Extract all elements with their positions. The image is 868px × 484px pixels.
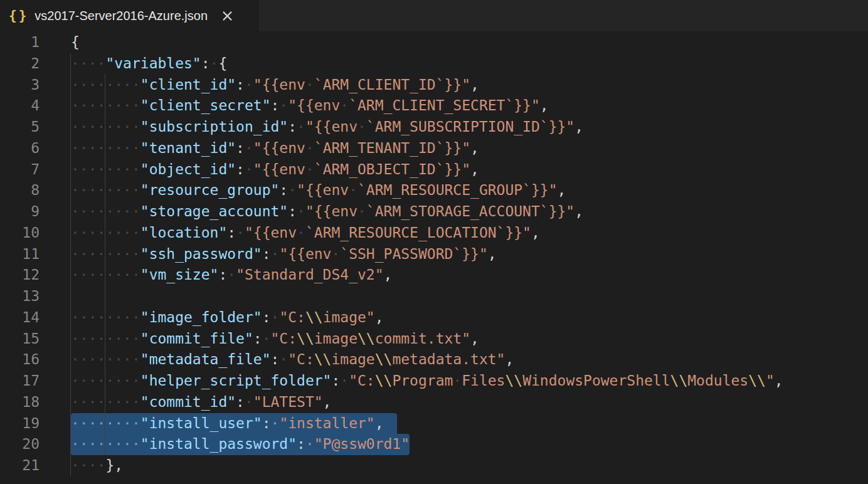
code-line[interactable]: 21····}, — [0, 455, 868, 476]
whitespace-dots: · — [331, 246, 340, 262]
line-number: 8 — [0, 180, 40, 201]
line-number: 6 — [0, 138, 40, 159]
line-content: ········"image_folder":·"C:\\image", — [40, 307, 384, 329]
whitespace-dots: ········ — [71, 436, 140, 452]
code-line[interactable]: 20········"install_password":·"P@ssw0rd1… — [0, 434, 868, 455]
code-line[interactable]: 7········"object_id":·"{{env·`ARM_OBJECT… — [0, 159, 868, 181]
line-content: ········"metadata_file":·"C:\\image\\met… — [40, 349, 514, 371]
whitespace-dots: · — [357, 203, 366, 219]
whitespace-dots: · — [271, 415, 280, 431]
line-number: 14 — [0, 307, 40, 329]
code-line[interactable]: 9········"storage_account":·"{{env·`ARM_… — [0, 201, 868, 223]
whitespace-dots: · — [305, 436, 314, 452]
whitespace-dots: · — [271, 309, 280, 325]
line-number: 13 — [0, 286, 40, 307]
whitespace-dots: · — [236, 224, 245, 241]
line-number: 17 — [0, 371, 40, 392]
code-line[interactable]: 18········"commit_id":·"LATEST", — [0, 392, 868, 413]
whitespace-dots: ········ — [71, 372, 140, 389]
line-number: 9 — [0, 201, 40, 223]
whitespace-dots: · — [227, 266, 236, 283]
line-content: ········"install_password":·"P@ssw0rd1" — [40, 434, 410, 455]
code-editor[interactable]: 1{2····"variables":·{3········"client_id… — [0, 31, 868, 484]
line-number: 12 — [0, 265, 40, 286]
line-content: ········"commit_id":·"LATEST", — [40, 392, 331, 413]
tab-vs2017-server2016-azure-json[interactable]: {} vs2017-Server2016-Azure.json — [0, 0, 259, 31]
whitespace-dots: · — [305, 76, 314, 93]
code-line[interactable]: 14········"image_folder":·"C:\\image", — [0, 307, 868, 329]
code-lines: 1{2····"variables":·{3········"client_id… — [0, 31, 868, 476]
whitespace-dots: ········ — [71, 203, 140, 219]
whitespace-dots: ········ — [71, 330, 140, 347]
whitespace-dots: ···· — [71, 457, 105, 473]
tab-close-icon[interactable] — [219, 8, 235, 24]
whitespace-dots: ········ — [71, 224, 140, 241]
line-number: 3 — [0, 75, 40, 96]
line-content: ········"vm_size":·"Standard_DS4_v2", — [40, 265, 392, 286]
whitespace-dots: · — [297, 203, 305, 219]
whitespace-dots: ········ — [71, 118, 140, 135]
whitespace-dots: · — [453, 372, 462, 389]
whitespace-dots: · — [279, 97, 288, 113]
code-line[interactable]: 8········"resource_group":·"{{env·`ARM_R… — [0, 180, 868, 201]
code-line[interactable]: 11········"ssh_password":·"{{env·`SSH_PA… — [0, 244, 868, 265]
line-number: 20 — [0, 434, 40, 455]
line-content: ········"resource_group":·"{{env·`ARM_RE… — [40, 180, 566, 201]
code-line[interactable]: 3········"client_id":·"{{env·`ARM_CLIENT… — [0, 75, 868, 96]
json-file-icon: {} — [9, 9, 28, 23]
whitespace-dots: ········ — [71, 309, 140, 325]
line-content: ········"storage_account":·"{{env·`ARM_S… — [40, 201, 583, 223]
tab-title: vs2017-Server2016-Azure.json — [34, 9, 208, 23]
code-line[interactable]: 19········"install_user":·"installer", — [0, 413, 868, 434]
line-number: 1 — [0, 32, 40, 53]
whitespace-dots: · — [210, 55, 219, 71]
code-line[interactable]: 17········"helper_script_folder":·"C:\\P… — [0, 371, 868, 392]
code-line[interactable]: 5········"subscription_id":·"{{env·`ARM_… — [0, 117, 868, 138]
whitespace-dots: ········ — [71, 182, 140, 198]
line-number: 10 — [0, 223, 40, 244]
whitespace-dots: · — [271, 246, 280, 262]
line-content: ········"ssh_password":·"{{env·`SSH_PASS… — [40, 244, 497, 265]
code-line[interactable]: 6········"tenant_id":·"{{env·`ARM_TENANT… — [0, 138, 868, 159]
code-line[interactable]: 16········"metadata_file":·"C:\\image\\m… — [0, 349, 868, 371]
line-number: 18 — [0, 392, 40, 413]
whitespace-dots: · — [357, 118, 366, 135]
whitespace-dots: · — [349, 182, 357, 198]
line-content: ········"install_user":·"installer", — [40, 413, 384, 434]
line-number: 19 — [0, 413, 40, 434]
whitespace-dots: · — [245, 76, 253, 93]
code-line[interactable]: 13 — [0, 286, 868, 307]
whitespace-dots: · — [245, 161, 253, 177]
whitespace-dots: ········ — [71, 76, 140, 93]
line-content: ········"commit_file":·"C:\\image\\commi… — [40, 329, 479, 350]
whitespace-dots: · — [297, 118, 305, 135]
line-number: 16 — [0, 349, 40, 371]
whitespace-dots: · — [305, 161, 314, 177]
whitespace-dots: ···· — [71, 55, 105, 71]
whitespace-dots: · — [297, 224, 305, 241]
whitespace-dots: · — [262, 330, 271, 347]
whitespace-dots: · — [279, 351, 288, 367]
line-content: { — [40, 32, 80, 53]
code-line[interactable]: 4········"client_secret":·"{{env·`ARM_CL… — [0, 95, 868, 117]
tab-bar: {} vs2017-Server2016-Azure.json — [0, 0, 868, 31]
line-number: 2 — [0, 53, 40, 75]
line-content: ········"object_id":·"{{env·`ARM_OBJECT_… — [40, 159, 479, 181]
whitespace-dots: · — [288, 182, 297, 198]
code-line[interactable]: 2····"variables":·{ — [0, 53, 868, 75]
whitespace-dots: ········ — [71, 140, 140, 156]
whitespace-dots: ········ — [71, 97, 140, 113]
code-line[interactable]: 12········"vm_size":·"Standard_DS4_v2", — [0, 265, 868, 286]
whitespace-dots: · — [245, 394, 253, 410]
whitespace-dots: ········ — [71, 394, 140, 410]
line-number: 4 — [0, 95, 40, 117]
line-content: ········"tenant_id":·"{{env·`ARM_TENANT_… — [40, 138, 479, 159]
code-line[interactable]: 15········"commit_file":·"C:\\image\\com… — [0, 329, 868, 350]
whitespace-dots: · — [245, 140, 253, 156]
whitespace-dots: ········ — [71, 351, 140, 367]
whitespace-dots: ········ — [71, 415, 140, 431]
line-number: 15 — [0, 329, 40, 350]
code-line[interactable]: 10········"location":·"{{env·`ARM_RESOUR… — [0, 223, 868, 244]
whitespace-dots: ········ — [71, 266, 140, 283]
code-line[interactable]: 1{ — [0, 32, 868, 53]
